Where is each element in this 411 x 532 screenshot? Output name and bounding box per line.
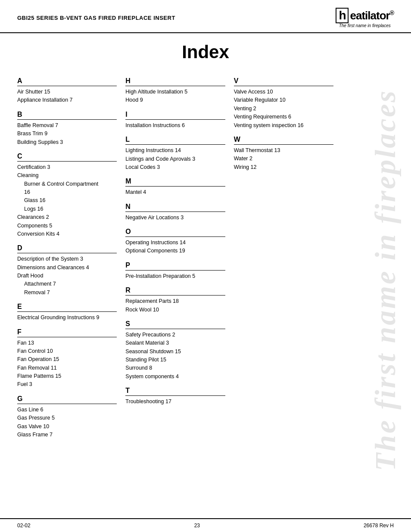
index-entry: Standing Pilot 15	[125, 356, 225, 364]
index-entry: Appliance Installation 7	[17, 96, 117, 104]
index-entry: Variable Regulator 10	[234, 96, 333, 104]
index-entry: Components 5	[17, 222, 117, 230]
section-letter-F: F	[17, 328, 117, 337]
section-letter-W: W	[234, 136, 333, 145]
section-letter-D: D	[17, 244, 117, 253]
footer-center: 23	[194, 523, 200, 529]
index-col-0: AAir Shutter 15Appliance Installation 7B…	[17, 71, 125, 439]
section-letter-E: E	[17, 303, 117, 312]
section-letter-T: T	[125, 387, 225, 396]
index-entry: Pre-Installation Preparation 5	[125, 272, 225, 280]
index-entry: Local Codes 3	[125, 163, 225, 171]
index-entry: Conversion Kits 4	[17, 230, 117, 238]
index-entry: Valve Access 10	[234, 88, 333, 96]
index-entry: Brass Trim 9	[17, 130, 117, 138]
logo-area: h eatilator® The first name in fireplace…	[336, 8, 394, 28]
header: GBI25 SERIES B-VENT GAS FIRED FIREPLACE …	[0, 0, 411, 33]
index-entry: Seasonal Shutdown 15	[125, 348, 225, 356]
index-entry: Air Shutter 15	[17, 88, 117, 96]
index-entry: Attachment 7	[17, 280, 117, 288]
index-entry: Burner & Control Compartment	[17, 180, 117, 188]
footer-left: 02-02	[17, 523, 31, 529]
index-entry: Description of the System 3	[17, 255, 117, 263]
section-letter-R: R	[125, 286, 225, 296]
index-entry: Gas Pressure 5	[17, 414, 117, 422]
index-entry: Removal 7	[17, 289, 117, 297]
section-letter-B: B	[17, 111, 117, 120]
index-entry: Gas Valve 10	[17, 423, 117, 431]
index-entry: Installation Instructions 6	[125, 121, 225, 130]
section-letter-M: M	[125, 177, 225, 187]
index-entry: Fan Removal 11	[17, 364, 117, 372]
index-entry: Flame Patterns 15	[17, 372, 117, 380]
section-letter-O: O	[125, 228, 225, 237]
section-letter-G: G	[17, 395, 117, 404]
index-entry: System components 4	[125, 373, 225, 381]
index-col-2: VValve Access 10Variable Regulator 10Ven…	[234, 71, 342, 439]
index-entry: Gas Line 6	[17, 406, 117, 414]
index-entry: Replacement Parts 18	[125, 297, 225, 305]
index-entry: Venting 2	[234, 105, 333, 113]
index-entry: Dimensions and Clearances 4	[17, 264, 117, 272]
index-entry: Fuel 3	[17, 380, 117, 389]
section-letter-I: I	[125, 111, 225, 120]
index-entry: Certification 3	[17, 163, 117, 171]
index-entry: Optional Components 19	[125, 247, 225, 255]
section-letter-L: L	[125, 136, 225, 145]
index-entry: Mantel 4	[125, 188, 225, 196]
index-entry: Logs 16	[17, 205, 117, 213]
logo-wordmark: eatilator®	[350, 10, 394, 21]
main-content: Index The first name in fireplaces AAir …	[0, 33, 411, 518]
index-entry: Draft Hood	[17, 272, 117, 280]
index-entry: Venting system inspection 16	[234, 121, 333, 130]
index-entry: Water 2	[234, 155, 333, 163]
section-letter-A: A	[17, 77, 117, 86]
index-entry: Sealant Material 3	[125, 339, 225, 347]
footer: 02-02 23 26678 Rev H	[0, 518, 411, 532]
index-entry: High Altitude Installation 5	[125, 88, 225, 96]
index-entry: Lighting Instructions 14	[125, 146, 225, 155]
index-entry: Wiring 12	[234, 163, 333, 171]
index-entry: Hood 9	[125, 96, 225, 104]
section-letter-P: P	[125, 261, 225, 271]
index-entry: Listings and Code Aprovals 3	[125, 155, 225, 163]
section-letter-N: N	[125, 203, 225, 212]
index-entry: Operating Instructions 14	[125, 239, 225, 247]
index-entry: Fan 13	[17, 339, 117, 347]
index-entry: Glass 16	[17, 196, 117, 205]
index-columns: AAir Shutter 15Appliance Installation 7B…	[17, 71, 394, 439]
index-entry: 16	[17, 188, 117, 196]
index-entry: Wall Thermostat 13	[234, 146, 333, 155]
index-entry: Clearances 2	[17, 213, 117, 221]
section-letter-V: V	[234, 77, 333, 86]
logo-box: h	[336, 8, 348, 23]
section-letter-C: C	[17, 152, 117, 162]
logo-tagline: The first name in fireplaces	[339, 23, 391, 28]
index-entry: Baffle Removal 7	[17, 121, 117, 130]
index-entry: Surround 8	[125, 364, 225, 372]
index-entry: Fan Operation 15	[17, 355, 117, 364]
page-title: Index	[17, 42, 394, 62]
footer-right: 26678 Rev H	[364, 523, 394, 529]
page-wrapper: GBI25 SERIES B-VENT GAS FIRED FIREPLACE …	[0, 0, 411, 532]
index-entry: Cleaning	[17, 171, 117, 180]
section-letter-H: H	[125, 77, 225, 86]
index-col-1: HHigh Altitude Installation 5Hood 9IInst…	[125, 71, 234, 439]
index-entry: Troubleshooting 17	[125, 398, 225, 406]
index-entry: Rock Wool 10	[125, 306, 225, 314]
index-entry: Building Supplies 3	[17, 138, 117, 146]
index-entry: Venting Requirements 6	[234, 113, 333, 121]
header-title: GBI25 SERIES B-VENT GAS FIRED FIREPLACE …	[17, 15, 175, 21]
index-entry: Negative Air Locations 3	[125, 214, 225, 222]
index-entry: Safety Precautions 2	[125, 331, 225, 339]
index-entry: Fan Control 10	[17, 347, 117, 355]
index-entry: Glass Frame 7	[17, 431, 117, 439]
section-letter-S: S	[125, 320, 225, 329]
index-entry: Electrical Grounding Instructions 9	[17, 314, 117, 322]
